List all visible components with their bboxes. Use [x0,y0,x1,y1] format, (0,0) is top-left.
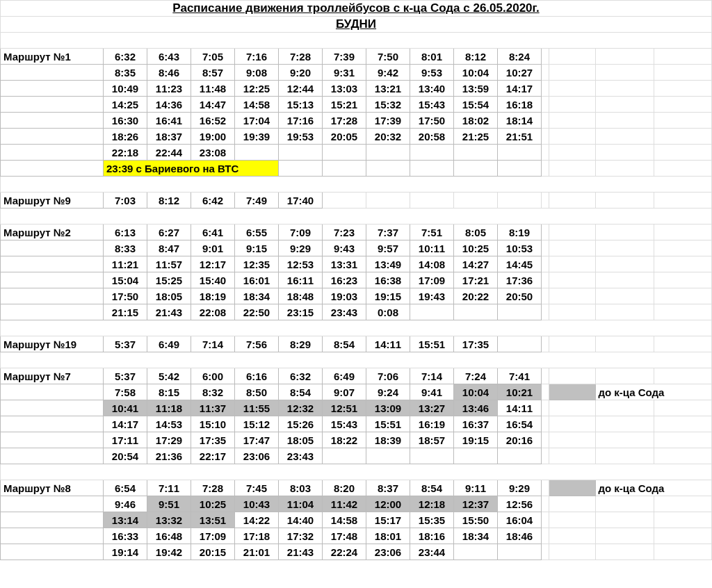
time-cell: 8:01 [410,49,454,65]
time-cell: 9:08 [235,65,279,81]
time-cell: 18:57 [410,432,454,448]
time-cell: 15:51 [366,416,410,432]
route-label [1,512,104,528]
time-cell: 19:03 [323,288,366,304]
schedule-table: Расписание движения троллейбусов с к-ца … [0,0,712,560]
time-cell: 6:00 [191,368,235,384]
time-cell: 18:48 [279,288,323,304]
legend-text: до к-ца Сода [596,384,712,400]
time-cell: 15:13 [279,97,323,113]
time-cell: 9:01 [191,240,235,256]
time-cell [454,544,498,560]
route-label [1,416,104,432]
route-label [1,129,104,145]
spacer [1,464,712,480]
time-cell: 6:41 [191,224,235,240]
time-cell: 16:38 [366,272,410,288]
time-cell: 20:58 [410,129,454,145]
time-cell: 17:36 [498,272,542,288]
time-cell: 7:24 [454,368,498,384]
time-cell: 11:55 [235,400,279,416]
time-cell: 11:04 [279,496,323,512]
time-cell: 14:22 [235,512,279,528]
time-cell: 14:40 [279,512,323,528]
time-cell: 16:11 [279,272,323,288]
time-cell: 12:25 [235,81,279,97]
time-cell: 7:05 [191,49,235,65]
route-label [1,240,104,256]
time-cell: 11:18 [147,400,191,416]
time-cell: 8:54 [410,480,454,496]
time-cell: 7:11 [147,480,191,496]
route-label: Маршрут №2 [1,224,104,240]
time-cell: 12:35 [235,256,279,272]
legend-swatch [549,480,596,496]
time-cell: 14:47 [191,97,235,113]
time-cell: 7:03 [104,193,147,209]
time-cell: 18:01 [366,528,410,544]
time-cell [410,161,454,177]
time-cell: 10:04 [454,65,498,81]
time-cell: 18:39 [366,432,410,448]
time-cell: 9:43 [323,240,366,256]
route-label [1,272,104,288]
route-label [1,448,104,464]
time-cell: 7:09 [279,224,323,240]
time-cell: 7:58 [104,384,147,400]
time-cell: 7:23 [323,224,366,240]
time-cell: 6:49 [147,336,191,352]
time-cell: 5:37 [104,368,147,384]
route-label [1,496,104,512]
time-cell: 22:44 [147,145,191,161]
spacer [1,209,712,224]
time-cell: 8:33 [104,240,147,256]
time-cell: 18:16 [410,528,454,544]
time-cell: 13:40 [410,81,454,97]
legend-text: до к-ца Сода [596,480,712,496]
time-cell: 14:58 [235,97,279,113]
time-cell: 23:43 [279,448,323,464]
time-cell: 16:52 [191,113,235,129]
time-cell: 12:00 [366,496,410,512]
time-cell: 17:04 [235,113,279,129]
time-cell: 0:08 [366,304,410,320]
time-cell: 13:46 [454,400,498,416]
time-cell: 9:42 [366,65,410,81]
time-cell: 14:45 [498,256,542,272]
time-cell [279,145,323,161]
time-cell: 6:43 [147,49,191,65]
time-cell: 14:58 [323,512,366,528]
time-cell: 13:32 [147,512,191,528]
time-cell: 17:16 [279,113,323,129]
time-cell [454,448,498,464]
time-cell: 18:46 [498,528,542,544]
time-cell: 10:41 [104,400,147,416]
time-cell: 17:35 [454,336,498,352]
time-cell: 15:25 [147,272,191,288]
time-cell: 9:20 [279,65,323,81]
time-cell: 14:17 [104,416,147,432]
time-cell: 15:43 [323,416,366,432]
time-cell: 20:32 [366,129,410,145]
time-cell: 10:49 [104,81,147,97]
time-cell: 23:08 [191,145,235,161]
time-cell: 6:27 [147,224,191,240]
time-cell: 16:37 [454,416,498,432]
time-cell: 17:40 [279,193,323,209]
time-cell: 8:03 [279,480,323,496]
route-label [1,113,104,129]
time-cell [498,161,542,177]
route-label: Маршрут №1 [1,49,104,65]
route-label [1,256,104,272]
time-cell: 17:47 [235,432,279,448]
time-cell: 15:21 [323,97,366,113]
time-cell: 23:15 [279,304,323,320]
time-cell: 14:53 [147,416,191,432]
time-cell [498,145,542,161]
time-cell: 19:53 [279,129,323,145]
time-cell [454,145,498,161]
time-cell: 7:56 [235,336,279,352]
time-cell: 16:19 [410,416,454,432]
time-cell: 18:19 [191,288,235,304]
time-cell: 16:54 [498,416,542,432]
